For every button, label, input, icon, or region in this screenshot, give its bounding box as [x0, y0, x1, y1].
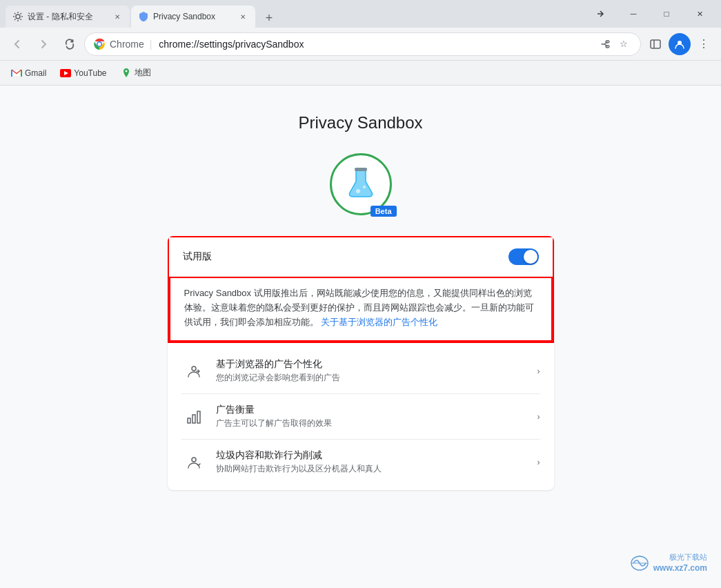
watermark-icon	[630, 553, 649, 573]
maps-icon	[121, 68, 132, 79]
svg-point-13	[363, 186, 366, 188]
youtube-icon	[60, 68, 71, 79]
ad-measurement-arrow: ›	[537, 412, 540, 422]
ad-personalization-title: 基于浏览器的广告个性化	[216, 358, 528, 371]
spam-fraud-arrow: ›	[537, 458, 540, 467]
window-frame: 设置 - 隐私和安全 ✕ Privacy Sandbox ✕ + ─	[0, 0, 721, 588]
bookmark-maps[interactable]: 地图	[115, 63, 157, 83]
svg-rect-17	[192, 415, 195, 423]
page-title: Privacy Sandbox	[298, 113, 422, 133]
reload-button[interactable]	[58, 32, 81, 56]
bookmarks-bar: Gmail YouTube 地图	[0, 61, 721, 86]
profile-button[interactable]	[669, 33, 691, 55]
watermark: 极光下载站 www.xz7.com	[630, 552, 707, 574]
logo-area: Beta	[330, 153, 392, 215]
close-button[interactable]: ✕	[684, 3, 715, 25]
bookmark-youtube[interactable]: YouTube	[55, 63, 112, 83]
nav-bar: Chrome | chrome://settings/privacySandbo…	[0, 28, 721, 61]
settings-item-ad-measurement[interactable]: 广告衡量 广告主可以了解广告取得的效果 ›	[168, 394, 554, 439]
privacy-sandbox-tab-icon	[138, 11, 149, 22]
address-separator: |	[150, 39, 152, 50]
privacy-sandbox-tab-label: Privacy Sandbox	[153, 12, 237, 21]
expand-button[interactable]	[584, 3, 616, 25]
minimize-button[interactable]: ─	[618, 3, 649, 25]
trial-highlight-box: 试用版 Privacy Sandbox 试用版推出后，网站既能减少使用您的信息，…	[168, 236, 554, 343]
svg-point-19	[192, 458, 196, 462]
privacy-sandbox-tab-close[interactable]: ✕	[237, 11, 248, 22]
description-text: Privacy Sandbox 试用版推出后，网站既能减少使用您的信息，又能提供…	[184, 286, 537, 329]
bookmark-star-button[interactable]: ☆	[615, 36, 632, 52]
settings-tab-label: 设置 - 隐私和安全	[28, 11, 112, 23]
youtube-label: YouTube	[74, 68, 106, 78]
trial-toggle[interactable]	[508, 248, 539, 265]
address-chrome-label: Chrome |	[110, 39, 155, 50]
bookmark-gmail[interactable]: Gmail	[6, 63, 52, 83]
menu-button[interactable]: ⋮	[692, 32, 715, 56]
ad-measurement-title: 广告衡量	[216, 404, 528, 416]
share-button[interactable]	[597, 36, 614, 52]
spam-fraud-desc: 协助网站打击欺诈行为以及区分机器人和真人	[216, 463, 528, 475]
svg-rect-14	[355, 168, 367, 171]
watermark-text: 极光下载站 www.xz7.com	[653, 552, 707, 574]
maps-label: 地图	[135, 67, 151, 79]
watermark-brand: 极光下载站	[653, 552, 707, 562]
address-url[interactable]: chrome://settings/privacySandbox	[159, 39, 593, 50]
svg-point-15	[192, 366, 196, 371]
gmail-label: Gmail	[25, 68, 46, 78]
settings-tab-icon	[12, 11, 23, 22]
watermark-site: www.xz7.com	[653, 562, 707, 574]
toggle-knob	[524, 250, 537, 264]
tab-strip: 设置 - 隐私和安全 ✕ Privacy Sandbox ✕ +	[0, 0, 584, 28]
window-controls: ─ □ ✕	[584, 3, 721, 25]
description-box: Privacy Sandbox 试用版推出后，网站既能减少使用您的信息，又能提供…	[169, 277, 553, 342]
beta-badge: Beta	[371, 206, 397, 217]
trial-label: 试用版	[183, 251, 212, 263]
chrome-prefix: Chrome	[110, 39, 144, 50]
ad-measurement-icon	[181, 404, 206, 429]
ad-personalization-arrow: ›	[537, 366, 540, 376]
logo-circle: Beta	[330, 153, 392, 215]
settings-list: 基于浏览器的广告个性化 您的浏览记录会影响您看到的广告 ›	[168, 343, 554, 490]
back-button[interactable]	[6, 32, 29, 56]
address-actions: ☆	[597, 36, 632, 52]
chrome-logo-icon	[93, 38, 106, 50]
sidebar-button[interactable]	[644, 32, 667, 56]
ad-personalization-desc: 您的浏览记录会影响您看到的广告	[216, 372, 528, 384]
title-bar: 设置 - 隐私和安全 ✕ Privacy Sandbox ✕ + ─	[0, 0, 721, 28]
ad-personalization-content: 基于浏览器的广告个性化 您的浏览记录会影响您看到的广告	[216, 358, 528, 384]
nav-right-actions: ⋮	[644, 32, 715, 56]
new-tab-button[interactable]: +	[259, 8, 279, 28]
address-bar[interactable]: Chrome | chrome://settings/privacySandbo…	[84, 32, 641, 56]
svg-rect-5	[651, 40, 660, 48]
ad-measurement-desc: 广告主可以了解广告取得的效果	[216, 418, 528, 429]
tab-privacy-sandbox[interactable]: Privacy Sandbox ✕	[131, 6, 255, 28]
svg-rect-18	[197, 411, 200, 423]
svg-point-2	[98, 42, 101, 46]
page-content: Privacy Sandbox Beta	[0, 86, 721, 588]
svg-point-0	[16, 14, 20, 19]
ad-measurement-content: 广告衡量 广告主可以了解广告取得的效果	[216, 404, 528, 429]
svg-point-10	[125, 70, 127, 72]
tab-settings[interactable]: 设置 - 隐私和安全 ✕	[6, 6, 130, 28]
description-link[interactable]: 关于基于浏览器的广告个性化	[321, 317, 437, 327]
svg-point-12	[356, 189, 360, 193]
svg-rect-16	[188, 418, 190, 423]
flask-icon	[344, 166, 377, 202]
forward-button[interactable]	[32, 32, 55, 56]
main-card: 试用版 Privacy Sandbox 试用版推出后，网站既能减少使用您的信息，…	[168, 236, 554, 490]
spam-fraud-icon	[181, 450, 206, 475]
ad-personalization-icon	[181, 359, 206, 384]
settings-item-ad-personalization[interactable]: 基于浏览器的广告个性化 您的浏览记录会影响您看到的广告 ›	[168, 349, 554, 393]
spam-fraud-title: 垃圾内容和欺诈行为削减	[216, 449, 528, 462]
spam-fraud-content: 垃圾内容和欺诈行为削减 协助网站打击欺诈行为以及区分机器人和真人	[216, 449, 528, 475]
settings-tab-close[interactable]: ✕	[112, 11, 123, 22]
settings-item-spam-fraud[interactable]: 垃圾内容和欺诈行为削减 协助网站打击欺诈行为以及区分机器人和真人 ›	[168, 440, 554, 484]
trial-section: 试用版	[169, 237, 553, 277]
gmail-icon	[11, 68, 22, 79]
maximize-button[interactable]: □	[651, 3, 682, 25]
toggle-wrapper	[508, 248, 539, 265]
